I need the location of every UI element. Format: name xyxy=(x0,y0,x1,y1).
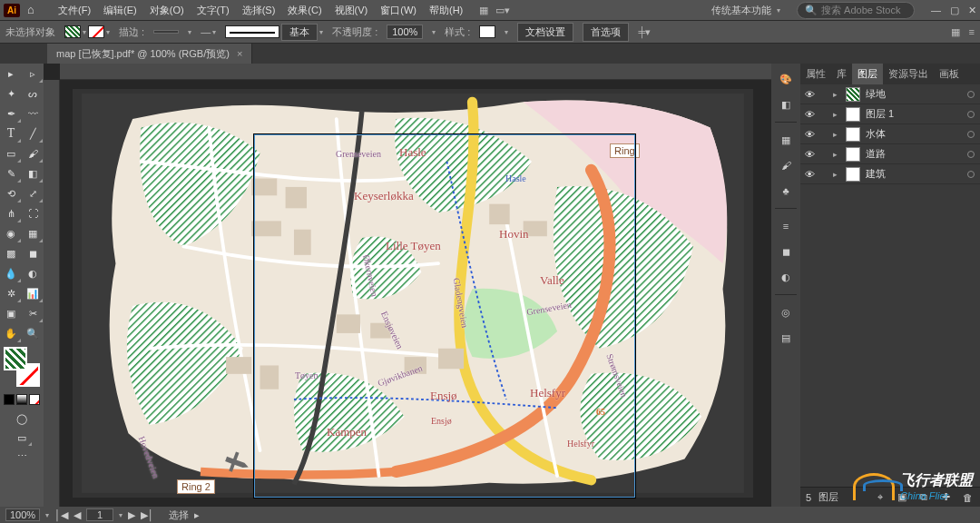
free-transform-tool[interactable]: ⛶ xyxy=(22,203,44,223)
nav-first-icon[interactable]: │◀ xyxy=(54,509,68,521)
menu-select[interactable]: 选择(S) xyxy=(237,2,281,19)
tab-asset-export[interactable]: 资源导出 xyxy=(883,64,934,84)
nav-next-icon[interactable]: ▶ xyxy=(128,509,135,521)
type-tool[interactable]: T xyxy=(0,123,22,143)
document-setup-button[interactable]: 文档设置 xyxy=(517,23,573,42)
canvas-area[interactable]: Hasle Hasle Grenseveien Keyserløkka Lill… xyxy=(44,64,771,507)
menu-type[interactable]: 文字(T) xyxy=(191,2,235,19)
expand-icon[interactable]: ▸ xyxy=(833,90,846,99)
layer-row[interactable]: 👁 ▸ 建筑 xyxy=(800,164,980,184)
workspace-switcher[interactable]: 传统基本功能 ▾ xyxy=(711,4,780,17)
minimize-icon[interactable]: — xyxy=(931,5,941,16)
transparency-panel-icon[interactable]: ◐ xyxy=(776,267,796,287)
rectangle-tool[interactable]: ▭ xyxy=(0,143,22,163)
tab-artboards[interactable]: 画板 xyxy=(934,64,965,84)
expand-icon[interactable]: ▸ xyxy=(833,110,846,119)
panel-menu-icon[interactable]: ≡ xyxy=(969,26,975,37)
tab-layers[interactable]: 图层 xyxy=(852,64,883,84)
layer-name[interactable]: 图层 1 xyxy=(866,107,967,121)
shaper-tool[interactable]: ✎ xyxy=(0,163,22,183)
ruler-vertical[interactable] xyxy=(44,80,60,507)
magic-wand-tool[interactable]: ✦ xyxy=(0,84,22,104)
rotate-tool[interactable]: ⟲ xyxy=(0,183,22,203)
paintbrush-tool[interactable]: 🖌 xyxy=(22,143,44,163)
style-swatch[interactable] xyxy=(479,25,495,38)
graphic-styles-icon[interactable]: ▤ xyxy=(776,328,796,348)
draw-normal-icon[interactable]: ◯ xyxy=(13,410,31,427)
mesh-tool[interactable]: ▩ xyxy=(0,243,22,263)
stroke-swatch[interactable] xyxy=(88,25,104,38)
ruler-horizontal[interactable] xyxy=(60,64,771,80)
target-icon[interactable] xyxy=(967,111,975,118)
layer-row[interactable]: 👁 ▸ 绿地 xyxy=(800,84,980,104)
slice-tool[interactable]: ✂ xyxy=(22,303,44,323)
document-tab[interactable]: map [已恢复].pdf* @ 100% (RGB/预览) × xyxy=(47,44,252,64)
nav-prev-icon[interactable]: ◀ xyxy=(74,509,81,521)
stroke-panel-icon[interactable]: ≡ xyxy=(776,216,796,236)
zoom-tool[interactable]: 🔍 xyxy=(22,323,44,343)
gradient-panel-icon[interactable]: ◼ xyxy=(776,242,796,262)
arrange-icon[interactable]: ▭▾ xyxy=(495,5,510,16)
vsp-icon[interactable]: — xyxy=(201,26,211,37)
stock-search[interactable]: 🔍 搜索 Adobe Stock xyxy=(797,2,915,19)
visibility-icon[interactable]: 👁 xyxy=(800,169,818,180)
target-icon[interactable] xyxy=(967,151,975,158)
layer-name[interactable]: 建筑 xyxy=(866,167,967,181)
symbol-sprayer-tool[interactable]: ✲ xyxy=(0,283,22,303)
fill-swatch[interactable] xyxy=(64,25,81,38)
zoom-field[interactable]: 100% xyxy=(5,508,40,521)
preferences-button[interactable]: 首选项 xyxy=(583,23,629,42)
symbols-panel-icon[interactable]: ♣ xyxy=(776,181,796,201)
close-tab-icon[interactable]: × xyxy=(237,48,242,59)
menu-help[interactable]: 帮助(H) xyxy=(424,2,468,19)
expand-icon[interactable]: ▸ xyxy=(833,170,846,179)
color-guide-panel-icon[interactable]: ◧ xyxy=(776,94,796,114)
tab-properties[interactable]: 属性 xyxy=(800,64,831,84)
layer-row[interactable]: 👁 ▸ 道路 xyxy=(800,144,980,164)
lasso-tool[interactable]: ᔕ xyxy=(22,84,44,104)
menu-file[interactable]: 文件(F) xyxy=(53,2,96,19)
toolbox-fill-swatch[interactable] xyxy=(4,347,27,370)
visibility-icon[interactable]: 👁 xyxy=(800,129,818,140)
artboard-frame[interactable] xyxy=(254,134,635,498)
nav-last-icon[interactable]: ▶│ xyxy=(141,509,154,521)
expand-icon[interactable]: ▸ xyxy=(833,130,846,139)
home-icon[interactable]: ⌂ xyxy=(27,3,42,17)
fill-stroke-swatch[interactable]: ◯ ▭ ⋯ xyxy=(0,343,44,467)
visibility-icon[interactable]: 👁 xyxy=(800,149,818,160)
perspective-tool[interactable]: ▦ xyxy=(22,223,44,243)
artboard-tool[interactable]: ▣ xyxy=(0,303,22,323)
status-menu-icon[interactable]: ▸ xyxy=(194,509,200,521)
target-icon[interactable] xyxy=(967,91,975,98)
opacity-field[interactable]: 100% xyxy=(387,25,423,39)
visibility-icon[interactable]: 👁 xyxy=(800,89,818,100)
expand-icon[interactable]: ▸ xyxy=(833,150,846,159)
menu-object[interactable]: 对象(O) xyxy=(144,2,190,19)
menu-window[interactable]: 窗口(W) xyxy=(375,2,422,19)
edit-toolbar-icon[interactable]: ⋯ xyxy=(0,449,44,463)
eyedropper-tool[interactable]: 💧 xyxy=(0,263,22,283)
curvature-tool[interactable]: 〰 xyxy=(22,104,44,123)
direct-selection-tool[interactable]: ▹ xyxy=(22,64,44,84)
shape-builder-tool[interactable]: ◉ xyxy=(0,223,22,243)
appearance-panel-icon[interactable]: ◎ xyxy=(776,302,796,322)
hand-tool[interactable]: ✋ xyxy=(0,323,22,343)
blend-tool[interactable]: ◐ xyxy=(22,263,44,283)
line-tool[interactable]: ╱ xyxy=(22,123,44,143)
target-icon[interactable] xyxy=(967,131,975,138)
layer-row[interactable]: 👁 ▸ 水体 xyxy=(800,124,980,144)
layer-row[interactable]: 👁 ▸ 图层 1 xyxy=(800,104,980,124)
artboard-nav-field[interactable]: 1 xyxy=(86,508,113,521)
menu-edit[interactable]: 编辑(E) xyxy=(98,2,142,19)
layer-name[interactable]: 绿地 xyxy=(866,87,967,101)
bridge-icon[interactable]: ▦ xyxy=(479,5,488,16)
color-panel-icon[interactable]: 🎨 xyxy=(776,69,796,89)
pen-tool[interactable]: ✒ xyxy=(0,104,22,123)
swatches-panel-icon[interactable]: ▦ xyxy=(776,130,796,150)
selection-tool[interactable]: ▸ xyxy=(0,64,22,84)
tab-libraries[interactable]: 库 xyxy=(831,64,852,84)
screen-mode-icon[interactable]: ▭ xyxy=(11,429,33,447)
gradient-tool[interactable]: ◼ xyxy=(22,243,44,263)
layer-name[interactable]: 水体 xyxy=(866,127,967,141)
close-icon[interactable]: ✕ xyxy=(968,5,976,16)
